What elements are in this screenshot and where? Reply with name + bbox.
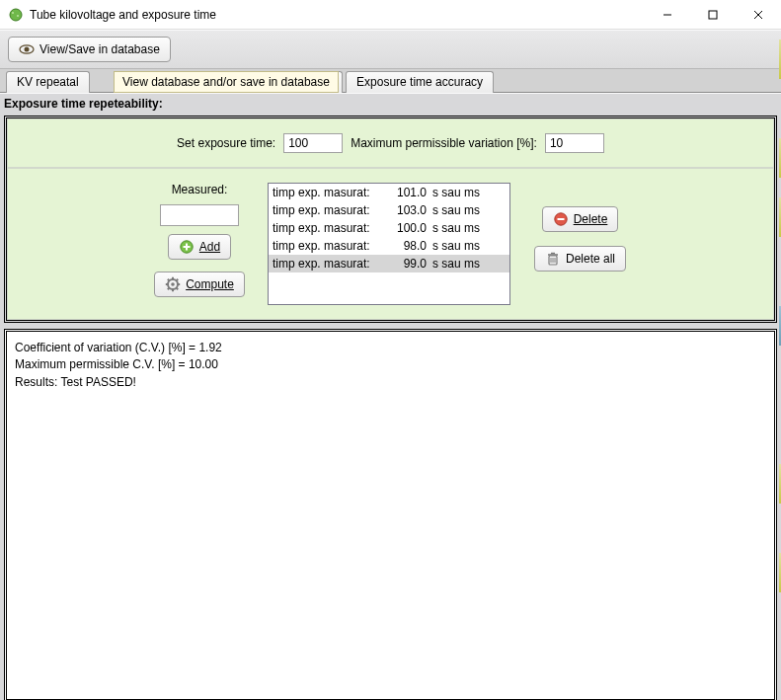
plus-icon [179,239,195,255]
list-col-value: 100.0 [391,221,432,235]
list-item[interactable]: timp exp. masurat:100.0s sau ms [269,219,509,237]
list-item[interactable]: timp exp. masurat:99.0s sau ms [269,255,509,272]
svg-line-20 [177,279,179,281]
measurement-left: Measured: Add [155,183,244,297]
measured-label: Measured: [172,183,228,196]
compute-button[interactable]: Compute [154,272,245,297]
result-line: Results: Test PASSED! [15,374,766,391]
add-button[interactable]: Add [168,234,231,260]
list-col-value: 99.0 [391,257,432,271]
svg-rect-4 [709,11,717,19]
list-col-label: timp exp. masurat: [273,221,391,235]
maximize-button[interactable] [690,0,736,30]
list-col-unit: s sau ms [432,257,506,271]
list-col-value: 103.0 [391,203,432,217]
svg-point-2 [17,15,19,17]
tooltip: View database and/or save in database [114,71,339,93]
svg-line-21 [168,288,170,290]
window-controls [645,0,781,30]
max-variation-input[interactable] [545,133,604,153]
compute-label: Compute [186,277,234,291]
svg-point-8 [25,47,30,52]
list-col-value: 98.0 [391,239,432,253]
list-col-label: timp exp. masurat: [273,257,391,271]
set-exposure-label: Set exposure time: [177,136,275,150]
list-item[interactable]: timp exp. masurat:98.0s sau ms [269,237,509,255]
gear-icon [165,276,181,292]
list-col-unit: s sau ms [432,221,506,235]
tab-kv-repeatability[interactable]: KV repeatal [6,71,90,93]
window-title: Tube kilovoltage and exposure time [30,8,216,22]
view-save-label: View/Save in database [39,42,160,56]
result-line: Maximum permissible C.V. [%] = 10.00 [15,356,766,373]
list-item[interactable]: timp exp. masurat:101.0s sau ms [269,184,509,201]
measured-input[interactable] [160,204,239,226]
list-col-label: timp exp. masurat: [273,186,391,199]
list-col-unit: s sau ms [432,239,506,253]
svg-line-19 [177,288,179,290]
trash-icon [545,251,561,267]
max-variation-label: Maximum permissible variation [%]: [351,136,537,150]
delete-label: Delete [574,212,608,226]
measurement-panel: Measured: Add [7,168,774,320]
tabs-row: KV repeatal View database and/or save in… [0,69,781,93]
list-col-label: timp exp. masurat: [273,239,391,253]
panel-border: Set exposure time: Maximum permissible v… [4,116,777,323]
app-icon [8,7,24,23]
minus-icon [553,211,569,227]
list-item[interactable]: timp exp. masurat:103.0s sau ms [269,201,509,219]
eye-icon [19,41,35,57]
delete-all-label: Delete all [566,252,615,266]
titlebar: Tube kilovoltage and exposure time [0,0,781,30]
set-exposure-input[interactable] [283,133,343,153]
minimize-button[interactable] [645,0,690,30]
svg-point-0 [10,9,22,21]
svg-point-13 [171,282,175,286]
results-pane: Coefficient of variation (C.V.) [%] = 1.… [4,329,777,700]
svg-point-1 [12,12,14,14]
tab-exposure-time-accuracy[interactable]: Exposure time accuracy [346,71,494,93]
add-label: Add [199,240,220,254]
titlebar-left: Tube kilovoltage and exposure time [8,7,216,23]
list-col-value: 101.0 [391,186,432,199]
delete-button[interactable]: Delete [542,206,619,232]
section-header: Exposure time repeteability: [0,94,781,114]
list-col-unit: s sau ms [432,186,506,199]
svg-rect-28 [548,254,558,256]
toolbar: View/Save in database [0,30,781,69]
content-area: Exposure time repeteability: Set exposur… [0,93,781,700]
result-line: Coefficient of variation (C.V.) [%] = 1.… [15,340,766,356]
list-col-label: timp exp. masurat: [273,203,391,217]
measurement-right: Delete Delete all [534,183,626,272]
view-save-button[interactable]: View/Save in database [8,37,171,62]
delete-all-button[interactable]: Delete all [534,246,626,272]
svg-rect-29 [551,253,555,254]
svg-line-18 [168,279,170,281]
measurement-list[interactable]: timp exp. masurat:101.0s sau mstimp exp.… [268,183,510,305]
close-button[interactable] [736,0,781,30]
settings-row: Set exposure time: Maximum permissible v… [7,118,774,168]
list-col-unit: s sau ms [432,203,506,217]
